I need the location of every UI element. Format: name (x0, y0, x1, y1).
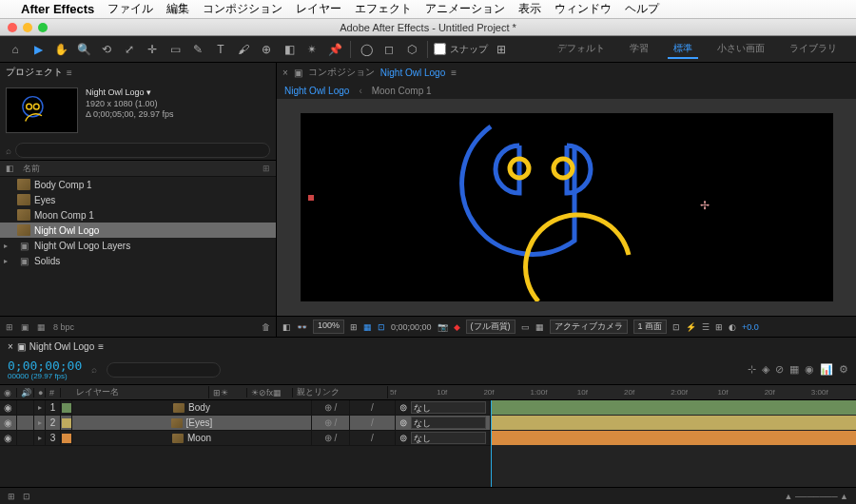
menu-composition[interactable]: コンポジション (203, 1, 282, 17)
frame-blend-icon[interactable]: ▦ (789, 363, 799, 376)
project-item[interactable]: Body Comp 1 (0, 177, 276, 192)
resolution-icon[interactable]: ⊞ (350, 322, 358, 332)
quality-dropdown[interactable]: (フル画質) (466, 320, 516, 334)
name-column[interactable]: 名前 (23, 163, 40, 175)
zoom-tool-icon[interactable]: 🔍 (74, 40, 93, 59)
workspace-small[interactable]: 小さい画面 (711, 40, 770, 59)
exposure-value[interactable]: +0.0 (742, 322, 759, 332)
lock-toggle[interactable] (17, 431, 34, 445)
close-tab-icon[interactable]: × (8, 341, 13, 352)
project-item[interactable]: ▸▣Night Owl Logo Layers (0, 238, 276, 253)
flowchart-icon[interactable]: ⊞ (263, 164, 270, 173)
project-item-selected[interactable]: Night Owl Logo (0, 223, 276, 238)
brain-icon[interactable]: ⚙ (839, 363, 848, 376)
layer-switches[interactable]: ⊕ / (312, 400, 350, 415)
views-dropdown[interactable]: 1 画面 (633, 320, 668, 334)
timeline-tab[interactable]: × ▣ Night Owl Logo ≡ (0, 338, 856, 355)
lock-toggle[interactable] (17, 416, 34, 430)
app-name[interactable]: After Effects (21, 2, 94, 16)
layer-modes[interactable]: / (350, 400, 396, 415)
parent-dropdown[interactable]: なし (411, 417, 486, 429)
timeline-layer[interactable]: ◉▸3Moon⊕ //⊚なし (0, 431, 491, 446)
new-comp-icon[interactable]: ▦ (37, 322, 46, 332)
snap-toggle[interactable]: スナップ (434, 43, 488, 56)
snap-checkbox[interactable] (434, 43, 446, 55)
workspace-standard[interactable]: 標準 (668, 40, 698, 59)
brush-tool-icon[interactable]: 🖌 (234, 40, 253, 59)
shape-mode-icon[interactable]: ◻ (379, 40, 399, 59)
audio-column-icon[interactable]: 🔊 (17, 388, 34, 397)
shape-tool-icon[interactable]: ▭ (165, 40, 185, 59)
breadcrumb-link[interactable]: Night Owl Logo (284, 86, 349, 96)
visibility-toggle-icon[interactable]: ◉ (0, 416, 17, 430)
grid-icon[interactable]: ▦ (363, 322, 372, 332)
layer-bar[interactable] (491, 416, 856, 430)
workspace-default[interactable]: デフォルト (552, 40, 611, 59)
viewer-tab[interactable]: × ▣ コンポジション Night Owl Logo ≡ (277, 63, 856, 82)
anchor-tool-icon[interactable]: ✛ (143, 40, 162, 59)
current-time[interactable]: 0;00;00;00 (8, 359, 82, 372)
parent-dropdown[interactable]: なし (411, 401, 486, 414)
workspace-learn[interactable]: 学習 (624, 40, 654, 59)
menu-edit[interactable]: 編集 (166, 1, 189, 17)
orbit-tool-icon[interactable]: ⟲ (97, 40, 116, 59)
menu-view[interactable]: 表示 (518, 1, 541, 17)
mask-mode-icon[interactable]: ◯ (357, 40, 376, 59)
shy-icon[interactable]: ⊘ (775, 363, 784, 376)
visibility-toggle-icon[interactable]: ◉ (0, 431, 17, 445)
exposure-reset-icon[interactable]: ◐ (729, 322, 736, 332)
breadcrumb-link[interactable]: Moon Comp 1 (372, 86, 432, 96)
draft-3d-icon[interactable]: ◈ (762, 363, 769, 376)
roto-tool-icon[interactable]: ✴ (302, 40, 321, 59)
layer-color[interactable] (61, 431, 72, 445)
visibility-toggle-icon[interactable]: ◉ (0, 400, 17, 415)
pickwhip-icon[interactable]: ⊚ (399, 433, 407, 443)
anchor-point-icon[interactable]: ✢ (700, 199, 710, 212)
text-tool-icon[interactable]: T (211, 40, 230, 59)
menu-file[interactable]: ファイル (107, 1, 153, 17)
alpha-icon[interactable]: 👓 (297, 322, 307, 332)
timeline-layer-selected[interactable]: ◉▸2[Eyes]⊕ //⊚なし (0, 416, 491, 431)
toggle-modes-icon[interactable]: ⊡ (23, 492, 30, 501)
lock-icon[interactable]: ▣ (17, 341, 26, 352)
snapshot-icon[interactable]: 📷 (438, 322, 448, 332)
layer-bar[interactable] (491, 431, 856, 445)
modes-column-icon[interactable]: ☀⊘fx▦ (247, 388, 293, 397)
guides-icon[interactable]: ⊡ (378, 322, 385, 332)
toggle-switches-icon[interactable]: ⊞ (8, 492, 15, 501)
menu-animation[interactable]: アニメーション (425, 1, 505, 17)
home-icon[interactable]: ⌂ (6, 40, 25, 59)
canvas-area[interactable]: ✢ (277, 99, 856, 316)
fast-preview-icon[interactable]: ⚡ (686, 322, 696, 332)
label-column-icon[interactable]: ◧ (6, 164, 23, 173)
expand-toggle-icon[interactable]: ▸ (34, 416, 46, 430)
close-tab-icon[interactable]: × (282, 68, 288, 78)
project-list[interactable]: Body Comp 1 Eyes Moon Comp 1 Night Owl L… (0, 177, 276, 316)
channel-icon[interactable]: ◆ (454, 322, 460, 332)
timeline-icon[interactable]: ☰ (702, 322, 710, 332)
playhead[interactable] (491, 400, 492, 487)
snapping-options-icon[interactable]: ⊞ (492, 40, 511, 59)
timeline-track-area[interactable] (491, 400, 856, 487)
project-search-input[interactable] (15, 143, 270, 158)
layer-color[interactable] (61, 400, 72, 415)
layer-modes[interactable]: / (350, 416, 396, 430)
layer-switches[interactable]: ⊕ / (312, 431, 350, 445)
mask-icon[interactable]: ◧ (282, 322, 291, 332)
motion-blur-icon[interactable]: ◉ (805, 363, 814, 376)
close-window-button[interactable] (8, 23, 17, 32)
menu-window[interactable]: ウィンドウ (554, 1, 612, 17)
timeline-search-input[interactable] (107, 362, 221, 378)
expand-toggle-icon[interactable]: ▸ (34, 431, 46, 445)
selection-tool-icon[interactable]: ▶ (29, 40, 48, 59)
menu-effect[interactable]: エフェクト (355, 1, 412, 17)
lock-toggle[interactable] (17, 400, 34, 415)
hand-tool-icon[interactable]: ✋ (51, 40, 70, 59)
trash-icon[interactable]: 🗑 (262, 322, 270, 332)
interpret-icon[interactable]: ⊞ (6, 322, 13, 332)
zoom-dropdown[interactable]: 100% (313, 320, 344, 334)
bezier-icon[interactable]: ⬡ (402, 40, 421, 59)
transparency-icon[interactable]: ▦ (535, 322, 544, 332)
composition-canvas[interactable]: ✢ (301, 113, 833, 301)
pickwhip-icon[interactable]: ⊚ (399, 402, 407, 413)
